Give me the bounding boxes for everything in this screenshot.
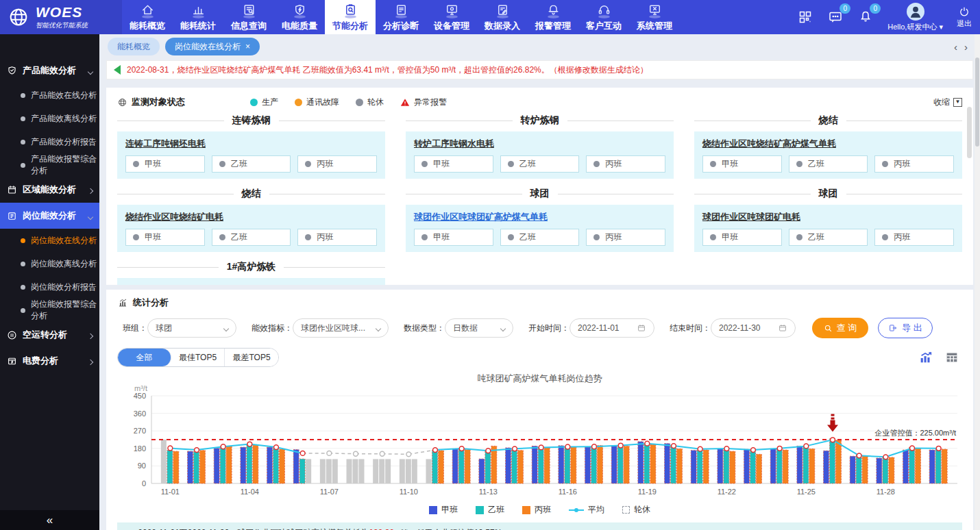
collapse-button[interactable]: 收缩 ▼ (933, 97, 962, 108)
bullet-icon (21, 262, 25, 266)
qr-code-icon[interactable] (797, 9, 813, 25)
status-dot-icon (250, 99, 258, 106)
monitor-scrollbar[interactable] (967, 107, 972, 158)
nav-item-diagnosis[interactable]: 分析诊断 (376, 0, 426, 34)
shift-button[interactable]: 丙班 (297, 155, 377, 173)
indicator-link[interactable]: 烧结作业区吨烧结矿高炉煤气单耗 (702, 138, 836, 150)
shift-button[interactable]: 甲班 (414, 155, 493, 173)
legend-series[interactable]: 甲班 (429, 504, 458, 516)
shift-button[interactable]: 甲班 (125, 229, 205, 246)
sidebar-subitem[interactable]: 岗位能效分析报告 (0, 275, 99, 299)
shift-button[interactable]: 甲班 (702, 229, 782, 246)
indicator-link[interactable]: 烧结作业区吨烧结矿电耗 (125, 211, 223, 223)
shift-button[interactable]: 乙班 (212, 155, 291, 173)
shift-button[interactable]: 丙班 (586, 155, 665, 173)
legend-series[interactable]: 丙班 (522, 504, 551, 516)
sidebar-subitem[interactable]: 岗位能效离线分析 (0, 252, 99, 275)
nav-item-customer[interactable]: 客户互动 (578, 0, 629, 34)
shift-button[interactable]: 乙班 (500, 229, 580, 246)
indicator-link[interactable]: 球团作业区吨球团矿高炉煤气单耗 (414, 211, 548, 223)
tab-overview[interactable]: 能耗概览 (108, 38, 160, 55)
user-menu[interactable]: Hello,研发中心 ▾ (887, 3, 943, 32)
start-date-input[interactable]: 2022-11-01 (569, 318, 654, 338)
tab-scroll-left-icon[interactable]: ‹ (954, 41, 957, 53)
view-tab-0[interactable]: 全部 (118, 349, 171, 366)
sidebar-collapse-button[interactable]: « (0, 510, 99, 530)
message-icon[interactable]: 0 (827, 9, 844, 25)
bullet-icon (21, 116, 25, 121)
nav-item-data-entry[interactable]: 数据录入 (477, 0, 528, 34)
notification-bell-icon[interactable]: 0 (857, 9, 874, 25)
shift-button[interactable]: 丙班 (874, 229, 954, 246)
sidebar-subitem[interactable]: 产品能效报警综合分析 (0, 153, 99, 177)
sidebar-subitem[interactable]: 产品能效在线分析 (0, 84, 99, 107)
sidebar-subitem[interactable]: 岗位能效报警综合分析 (0, 299, 99, 322)
page-scrollbar[interactable] (975, 34, 980, 530)
status-dot-icon (133, 161, 139, 167)
shift-button[interactable]: 甲班 (702, 155, 782, 173)
sidebar-item-fee[interactable]: 电费分析 (0, 348, 99, 374)
datatype-filter-label: 数据类型： (404, 323, 445, 334)
shift-button[interactable]: 乙班 (789, 155, 868, 173)
sidebar-item-region[interactable]: 区域能效分析 (0, 177, 99, 203)
sidebar-subitem[interactable]: 产品能效离线分析 (0, 107, 99, 130)
shift-button[interactable]: 乙班 (500, 155, 580, 173)
sidebar-item-product[interactable]: 产品能效分析 (0, 58, 99, 84)
group-select[interactable]: 球团 (147, 318, 236, 338)
shift-button[interactable]: 乙班 (212, 229, 291, 246)
view-tab-2[interactable]: 最差TOP5 (225, 349, 278, 366)
legend-rest[interactable]: 轮休 (622, 504, 650, 516)
nav-item-label: 客户互动 (586, 20, 622, 32)
chevron-right-icon (88, 333, 93, 338)
nav-item-home[interactable]: 能耗概览 (122, 0, 173, 34)
shift-button[interactable]: 丙班 (874, 155, 954, 173)
nav-item-info-search[interactable]: 信息查询 (223, 0, 274, 34)
indicator-card: 烧结作业区吨烧结矿电耗甲班乙班丙班 (117, 205, 385, 252)
tab-scroll-right-icon[interactable]: › (964, 41, 968, 53)
nav-item-system[interactable]: 系统管理 (629, 0, 680, 34)
indicator-link[interactable]: 转炉工序吨钢水电耗 (414, 138, 494, 150)
main-nav: 能耗概览能耗统计信息查询电能质量节能分析分析诊断设备管理数据录入报警管理客户互动… (122, 0, 680, 34)
bullet-icon (21, 238, 25, 243)
user-avatar (907, 3, 924, 21)
table-view-toggle-icon[interactable] (944, 350, 959, 365)
nav-item-device[interactable]: 设备管理 (426, 0, 477, 34)
shift-button[interactable]: 丙班 (586, 229, 665, 246)
shift-button[interactable]: 乙班 (789, 229, 868, 246)
legend-average[interactable]: 平均 (569, 504, 604, 516)
indicator-link[interactable]: 连铸工序吨钢坯电耗 (125, 138, 206, 150)
nav-item-power-quality[interactable]: 电能质量 (274, 0, 325, 34)
chevron-right-icon (88, 359, 93, 364)
logout-button[interactable]: 退出 (957, 5, 972, 29)
close-icon[interactable]: × (245, 42, 250, 51)
sidebar-item-idle[interactable]: 空运转分析 (0, 322, 99, 348)
tab-active-page[interactable]: 岗位能效在线分析× (165, 38, 260, 55)
app-logo: WOES 智能优化节能系统 (0, 0, 122, 34)
export-button[interactable]: 导 出 (878, 318, 933, 338)
view-tab-1[interactable]: 最佳TOP5 (171, 349, 225, 366)
query-button[interactable]: 查 询 (812, 318, 868, 338)
status-dot-icon (305, 161, 311, 167)
end-date-input[interactable]: 2022-11-30 (711, 318, 796, 338)
sidebar-subitem[interactable]: 岗位能效在线分析 (0, 229, 99, 252)
shift-button[interactable]: 丙班 (297, 229, 377, 246)
nav-item-label: 电能质量 (282, 20, 317, 32)
indicator-card: 球团作业区吨球团矿电耗甲班乙班丙班 (694, 205, 962, 252)
power-icon (958, 5, 970, 18)
indicator-link[interactable]: 球团作业区吨球团矿电耗 (702, 211, 800, 223)
indicator-card: 高炉作业区吨生铁电耗甲班乙班丙班 (117, 278, 385, 285)
shift-button[interactable]: 甲班 (414, 229, 493, 246)
indicator-link[interactable]: 高炉作业区吨生铁电耗 (125, 284, 215, 285)
legend-series[interactable]: 乙班 (476, 504, 504, 516)
sidebar-subitem[interactable]: 产品能效分析报告 (0, 130, 99, 153)
shift-button[interactable]: 甲班 (125, 155, 205, 173)
nav-item-stats[interactable]: 能耗统计 (173, 0, 223, 34)
legend-status: 生产 (250, 97, 278, 108)
chart-view-toggle-icon[interactable] (918, 350, 933, 365)
nav-item-energy-analysis[interactable]: 节能分析 (325, 0, 376, 34)
datatype-select[interactable]: 日数据 (445, 318, 513, 338)
sidebar-item-position[interactable]: 岗位能效分析 (0, 203, 99, 229)
indicator-select[interactable]: 球团作业区吨球... (293, 318, 389, 338)
bullet-icon (21, 285, 25, 290)
nav-item-alarm[interactable]: 报警管理 (528, 0, 578, 34)
